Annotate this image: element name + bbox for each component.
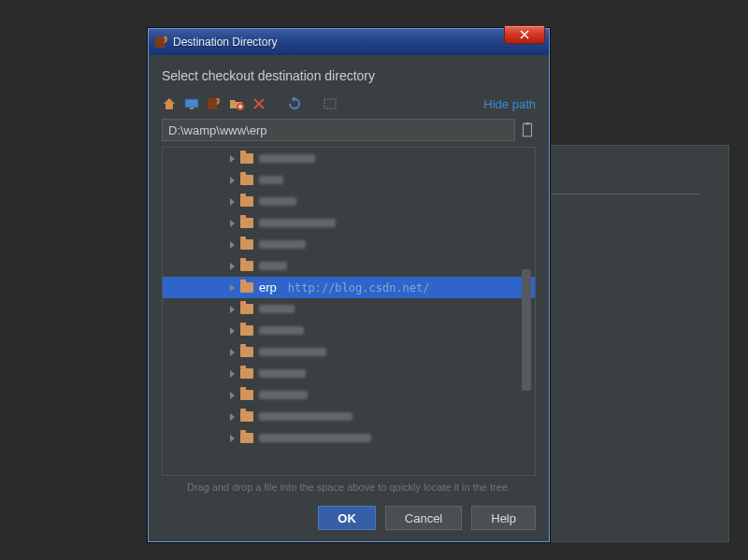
svg-rect-5 [324,99,336,108]
delete-icon[interactable] [252,96,266,111]
titlebar[interactable]: Destination Directory [149,29,549,55]
tree-item[interactable] [163,169,535,191]
svg-rect-7 [525,122,530,124]
cancel-button[interactable]: Cancel [385,506,462,530]
folder-icon [240,433,253,443]
folder-label-blurred [259,412,352,421]
expand-arrow-icon[interactable] [230,263,235,270]
folder-icon [240,304,253,314]
folder-icon [240,347,253,357]
tree-item[interactable] [163,148,535,169]
folder-label-blurred [259,240,306,249]
desktop-icon[interactable] [184,96,199,111]
expand-arrow-icon[interactable] [230,220,235,227]
folder-label-blurred [259,176,283,184]
folder-label-blurred [259,434,371,442]
tree-item[interactable] [163,427,535,449]
folder-label-blurred [259,262,287,270]
expand-arrow-icon[interactable] [230,413,235,421]
new-folder-icon[interactable] [229,96,244,111]
expand-arrow-icon[interactable] [230,349,235,356]
path-row [162,119,536,141]
folder-icon [240,325,253,336]
scrollbar-thumb[interactable] [522,269,531,391]
dialog-title: Destination Directory [173,36,277,49]
folder-label-blurred [259,348,326,356]
folder-label-blurred [259,219,336,227]
tree-item[interactable] [163,363,535,384]
expand-arrow-icon[interactable] [230,198,235,206]
folder-icon [240,196,253,207]
folder-icon [240,218,253,228]
folder-icon [240,368,253,379]
folder-icon [240,282,253,293]
ok-button[interactable]: OK [318,506,376,530]
folder-icon [240,261,253,271]
close-button[interactable] [504,25,545,44]
folder-icon [240,239,253,250]
tree-item[interactable] [163,191,535,212]
svg-rect-6 [524,123,532,136]
tree-item[interactable] [163,406,535,427]
expand-arrow-icon[interactable] [230,177,235,184]
expand-arrow-icon[interactable] [230,327,235,335]
dialog-body: Select checkout destination directory Hi… [149,55,549,541]
expand-arrow-icon[interactable] [230,155,235,163]
tree-item[interactable] [163,320,535,341]
home-icon[interactable] [162,96,177,111]
svg-rect-1 [185,99,198,108]
tree-item[interactable] [163,234,535,255]
tree-item[interactable] [163,212,535,234]
svg-rect-3 [208,98,217,109]
svg-rect-0 [155,36,165,48]
button-row: OK Cancel Help [162,506,536,530]
destination-directory-dialog: Destination Directory Select checkout de… [148,28,550,542]
tree-item[interactable] [163,298,535,320]
folder-label-blurred [259,326,304,335]
folder-label-blurred [259,391,308,399]
drop-hint: Drag and drop a file into the space abov… [162,481,536,493]
folder-label-blurred [259,305,295,313]
project-icon[interactable] [207,96,222,111]
instruction-text: Select checkout destination directory [162,68,536,83]
expand-arrow-icon[interactable] [230,241,235,249]
expand-arrow-icon[interactable] [230,435,235,442]
tree-item[interactable] [163,341,535,363]
refresh-icon[interactable] [287,96,302,111]
tree-item[interactable] [163,384,535,406]
svg-rect-2 [190,108,194,109]
toolbar: Hide path [162,96,536,111]
folder-icon [240,175,253,185]
folder-label-blurred [259,154,315,163]
show-hidden-icon[interactable] [323,96,338,111]
directory-tree[interactable]: erphttp://blog.csdn.net/ [162,147,536,476]
expand-arrow-icon[interactable] [230,284,235,292]
watermark-text: http://blog.csdn.net/ [288,281,430,294]
expand-arrow-icon[interactable] [230,370,235,378]
folder-label: erp [259,280,277,294]
expand-arrow-icon[interactable] [230,392,235,399]
folder-icon [240,153,253,164]
folder-icon [240,411,253,422]
hide-path-link[interactable]: Hide path [483,97,536,111]
expand-arrow-icon[interactable] [230,306,235,313]
folder-label-blurred [259,197,296,206]
folder-label-blurred [259,369,306,378]
tree-item[interactable] [163,255,535,277]
app-icon [154,35,169,50]
help-button[interactable]: Help [471,506,536,530]
clipboard-icon[interactable] [519,122,536,138]
path-input[interactable] [162,119,515,141]
tree-item-selected[interactable]: erphttp://blog.csdn.net/ [163,277,535,298]
folder-icon [240,390,253,400]
